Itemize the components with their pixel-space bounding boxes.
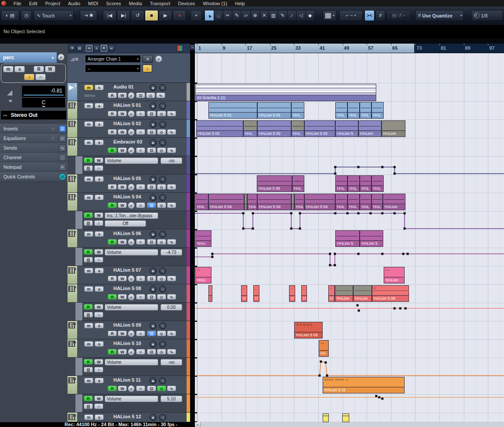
menu-audio[interactable]: Audio xyxy=(64,1,84,6)
record-enable-button[interactable]: ◉ xyxy=(150,121,157,128)
monitor-button[interactable]: ◁ xyxy=(159,414,166,421)
track-mute-button[interactable]: m xyxy=(84,414,93,420)
automation-point[interactable] xyxy=(319,375,321,377)
midi-insert-state-button[interactable]: ≡ xyxy=(136,276,145,281)
inspector-section-channel[interactable]: Channel↑ xyxy=(0,153,68,162)
track-mute-button[interactable]: m xyxy=(84,341,93,347)
metronome-button[interactable]: ◷ xyxy=(21,10,32,21)
activate-project-button[interactable]: ◐ ▤ xyxy=(1,10,19,21)
record-enable-button[interactable]: ◉ xyxy=(150,139,157,146)
automation-parameter-field[interactable]: Volume xyxy=(105,359,158,366)
inserts-bypass-button[interactable]: ⊡ xyxy=(147,184,156,190)
monitor-button[interactable]: ◁ xyxy=(159,121,166,128)
edit-channel-button[interactable]: e xyxy=(128,129,135,136)
midi-note-button[interactable]: ♪ xyxy=(24,74,34,80)
monitor-button[interactable]: ◁ xyxy=(159,139,166,146)
lane-lock-button[interactable]: ∩ xyxy=(94,403,103,409)
automation-point[interactable] xyxy=(252,228,254,230)
record-enable-button[interactable]: ◉ xyxy=(150,194,157,201)
write-automation-button[interactable]: W xyxy=(45,66,55,72)
track-mute-button[interactable]: m xyxy=(84,323,93,328)
channel-up-icon[interactable]: ↑ xyxy=(59,154,66,161)
read-automation-button[interactable]: R xyxy=(108,386,117,391)
automation-parameter-field[interactable]: Ins.:1:Ton...ster-Bypass xyxy=(105,212,158,219)
midi-insert-state-button[interactable]: ≡ xyxy=(136,184,145,190)
record-enable-button[interactable]: ◉ xyxy=(150,231,157,238)
automation-mode-dropdown[interactable]: ∿ Touch ▾ xyxy=(34,10,74,21)
edit-channel-button[interactable]: e xyxy=(128,330,135,337)
lane-write-button[interactable]: W xyxy=(94,359,103,365)
lane-mute-button[interactable]: ||| xyxy=(84,403,93,409)
automation-point[interactable] xyxy=(211,253,214,255)
track-row[interactable]: 2msHALion 5 01◉◁RWe≡⊡◇∿ xyxy=(68,101,190,120)
lock-button[interactable]: ∩ xyxy=(35,74,46,80)
track-list-setup-button[interactable]: ▤ xyxy=(76,45,83,51)
mute-button[interactable]: m xyxy=(3,66,14,72)
edit-channel-button[interactable]: e xyxy=(128,348,135,355)
read-automation-button[interactable]: R xyxy=(108,294,117,300)
menu-devices[interactable]: Devices xyxy=(174,1,199,6)
automation-point[interactable] xyxy=(252,212,254,215)
automation-point[interactable] xyxy=(381,398,384,400)
lane-read-button[interactable]: R xyxy=(84,304,93,310)
track-solo-button[interactable]: s xyxy=(95,176,104,182)
inserts-bypass-button[interactable]: ⊡ xyxy=(147,276,156,281)
inspector-track-header[interactable]: perc ▸ xyxy=(0,52,57,63)
automation-point[interactable] xyxy=(358,253,360,255)
read-automation-button[interactable]: R xyxy=(108,202,117,208)
fold-tracks-button[interactable]: ▼ xyxy=(69,45,75,51)
edit-channel-button[interactable]: e xyxy=(128,92,135,99)
lane-lock-button[interactable]: ∩ xyxy=(94,165,103,171)
lane-mute-button[interactable]: ||| xyxy=(84,367,93,372)
automation-point[interactable] xyxy=(242,212,245,215)
automation-point[interactable] xyxy=(402,253,405,255)
automation-parameter-field[interactable]: Volume xyxy=(105,157,158,164)
read-automation-button[interactable]: R xyxy=(108,129,117,135)
nudge-palette[interactable]: ⌐ − ▾ xyxy=(339,10,363,21)
solo-all-button[interactable]: s xyxy=(93,45,100,51)
menu-scores[interactable]: Scores xyxy=(102,1,125,6)
range-selection-tool[interactable]: □ xyxy=(214,10,223,21)
edit-channel-button[interactable]: e xyxy=(128,275,135,282)
automation-point[interactable] xyxy=(334,212,337,215)
lane-write-button[interactable]: W xyxy=(94,396,103,401)
track-row[interactable]: 1msAudio 01◉◁stereoRWe⊡◇∿ xyxy=(68,83,190,101)
write-automation-button[interactable]: W xyxy=(118,239,127,245)
automation-point[interactable] xyxy=(357,304,359,307)
eq-bypass-button[interactable]: ◇ xyxy=(157,202,166,208)
eq-icon[interactable]: ◇ xyxy=(59,135,66,142)
track-solo-button[interactable]: s xyxy=(95,323,104,328)
automation-point[interactable] xyxy=(290,212,293,215)
eq-bypass-button[interactable]: ◇ xyxy=(157,184,166,190)
track-row[interactable]: 7msHALion 5 06◉◁RWe≡⊡◇∿ xyxy=(68,229,190,248)
write-automation-button[interactable]: W xyxy=(118,147,127,153)
monitor-button[interactable]: ◁ xyxy=(159,194,166,201)
automation-parameter-field[interactable]: Volume xyxy=(105,396,158,402)
eq-bypass-button[interactable]: ◇ xyxy=(157,239,166,245)
sends-bypass-button[interactable]: ∿ xyxy=(167,294,176,300)
monitor-button[interactable]: ◁ xyxy=(159,341,166,348)
read-all-button[interactable]: R xyxy=(101,45,107,51)
audition-tool[interactable]: ◁ xyxy=(296,10,306,21)
write-automation-button[interactable]: W xyxy=(118,111,127,116)
automation-value-field[interactable]: -oo xyxy=(160,157,182,164)
track-solo-button[interactable]: s xyxy=(95,140,104,145)
divider-collapse-button[interactable]: − xyxy=(190,44,195,50)
record-button[interactable]: ● xyxy=(173,10,186,21)
zoom-tool[interactable]: ⊕ xyxy=(250,10,260,21)
sends-bypass-button[interactable]: ∿ xyxy=(156,92,165,98)
track-solo-button[interactable]: s xyxy=(95,268,104,273)
automation-point[interactable] xyxy=(370,212,372,215)
sends-bypass-button[interactable]: ∿ xyxy=(167,184,176,190)
midi-insert-state-button[interactable]: ≡ xyxy=(136,349,145,355)
goto-end-button[interactable]: ▶| xyxy=(117,10,130,21)
track-row[interactable]: 10msHALion 5 09◉◁RWe≡⊡◇∿ xyxy=(68,321,190,339)
lane-mute-button[interactable]: ||| xyxy=(84,220,93,226)
automation-point[interactable] xyxy=(329,253,331,255)
object-selection-tool[interactable]: ▲ xyxy=(204,10,214,21)
eq-bypass-button[interactable]: ◇ xyxy=(157,386,166,391)
lane-read-button[interactable]: R xyxy=(84,249,93,255)
track-solo-button[interactable]: s xyxy=(95,341,104,347)
lane-write-button[interactable]: W xyxy=(94,157,103,163)
record-enable-button[interactable]: ◉ xyxy=(150,286,157,293)
